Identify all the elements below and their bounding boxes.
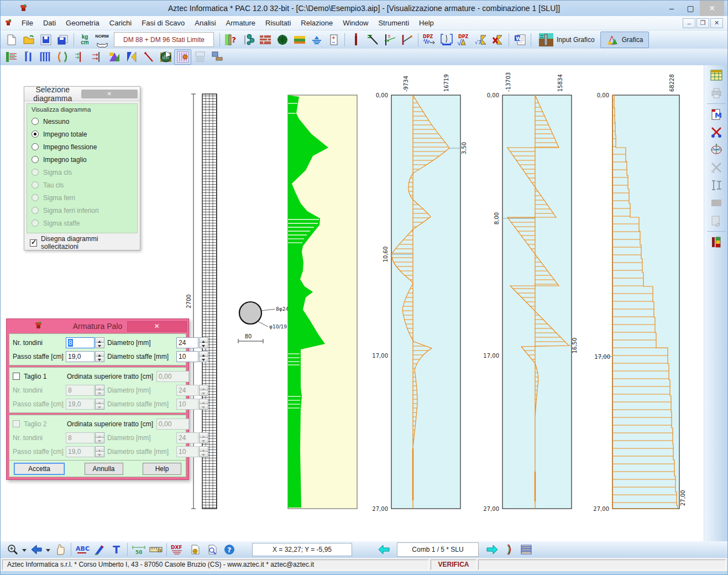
- normative-display-box[interactable]: DM 88 + DM 96 Stati Limite: [114, 32, 214, 47]
- close-button[interactable]: ✕: [700, 1, 724, 16]
- pile-section-check-icon[interactable]: [438, 32, 455, 48]
- menu-window[interactable]: Window: [338, 17, 373, 29]
- new-file-icon[interactable]: [3, 32, 20, 48]
- input-grafico-button[interactable]: Input Grafico: [533, 32, 600, 48]
- combination-delete-icon[interactable]: [489, 32, 506, 48]
- tieback-icon[interactable]: [364, 32, 381, 48]
- section-cut-icon[interactable]: [191, 49, 208, 65]
- help-icon[interactable]: ?: [221, 542, 238, 557]
- strut-icon[interactable]: [399, 32, 416, 48]
- diametro-spinner[interactable]: [199, 337, 208, 348]
- layers-icon[interactable]: [291, 32, 308, 48]
- moment-curvature-icon[interactable]: [54, 49, 71, 65]
- beam-section-icon[interactable]: [708, 177, 725, 193]
- step-blocks-icon[interactable]: [208, 49, 226, 65]
- inclined-load-icon[interactable]: [140, 49, 157, 65]
- drawing-area[interactable]: 2700 8φ24 φ10/19 80: [1, 65, 728, 541]
- displacement-arrows-icon[interactable]: [88, 49, 106, 65]
- text-tool-icon[interactable]: T: [108, 542, 125, 557]
- norm-book-icon[interactable]: NORM: [93, 32, 111, 48]
- selezione-title-bar[interactable]: Selezione diagramma ✕: [24, 87, 140, 101]
- menu-strumenti[interactable]: Strumenti: [373, 17, 414, 29]
- units-kg-cm-icon[interactable]: kgcm: [76, 32, 93, 48]
- minimize-button[interactable]: –: [662, 2, 681, 14]
- grafica-button[interactable]: Grafica: [600, 32, 650, 48]
- diametro-staffe-spinner[interactable]: [199, 351, 208, 362]
- save-icon[interactable]: [37, 32, 54, 48]
- pile-elevation-icon[interactable]: [20, 49, 37, 65]
- menu-armature[interactable]: Armature: [221, 17, 260, 29]
- nr-tondini-field[interactable]: 8: [66, 337, 95, 348]
- dxf-export-icon[interactable]: DXF: [169, 542, 186, 557]
- soil-sphere-icon[interactable]: [274, 32, 291, 48]
- brush-icon[interactable]: [91, 542, 108, 557]
- back-arrow-icon[interactable]: [28, 542, 45, 557]
- zoom-dropdown-icon[interactable]: [22, 549, 27, 554]
- compass-section-icon[interactable]: [708, 142, 725, 158]
- taglio1-checkbox[interactable]: Taglio 1: [12, 373, 59, 380]
- results-table-icon[interactable]: [708, 67, 725, 83]
- armatura-title-bar[interactable]: Armatura Palo ✕: [7, 319, 188, 333]
- print-preview-icon[interactable]: [203, 542, 221, 557]
- menu-geometria[interactable]: Geometria: [61, 17, 104, 29]
- armatura-close-icon[interactable]: ✕: [127, 321, 187, 332]
- menu-relazione[interactable]: Relazione: [296, 17, 338, 29]
- radio-impegno-flessione[interactable]: Impegno flessione: [32, 140, 133, 153]
- profile-nodes-icon[interactable]: [239, 32, 256, 48]
- menu-dati[interactable]: Dati: [38, 17, 61, 29]
- section-globe-icon[interactable]: [157, 49, 174, 65]
- next-combination-icon[interactable]: [483, 542, 500, 557]
- menu-help[interactable]: Help: [414, 17, 439, 29]
- menu-file[interactable]: File: [17, 17, 38, 29]
- passo-staffe-field[interactable]: 19,0: [66, 351, 95, 362]
- pile-row-icon[interactable]: [37, 49, 54, 65]
- ruler-icon[interactable]: [147, 542, 164, 557]
- combination-time-icon[interactable]: √7: [472, 32, 489, 48]
- report-m-icon[interactable]: M: [708, 107, 725, 122]
- prev-combination-icon[interactable]: [375, 542, 392, 557]
- bimodal-diagram-icon[interactable]: [123, 49, 140, 65]
- soil-wedge-icon[interactable]: [106, 49, 123, 65]
- abc-annotate-icon[interactable]: ABC: [74, 542, 91, 557]
- stratigraphy-bricks-icon[interactable]: [256, 32, 274, 48]
- tieback-active-icon[interactable]: [381, 32, 399, 48]
- mdi-restore-button[interactable]: ❐: [696, 18, 709, 28]
- maximize-button[interactable]: ▢: [681, 2, 700, 14]
- passo-staffe-spinner[interactable]: [95, 351, 104, 362]
- menu-analisi[interactable]: Analisi: [190, 17, 221, 29]
- save-all-icon[interactable]: [54, 32, 71, 48]
- general-data-icon[interactable]: ?: [222, 32, 239, 48]
- cut-tools-icon[interactable]: [708, 124, 725, 140]
- dpz-analysis-icon[interactable]: DPZ: [421, 32, 438, 48]
- mdi-minimize-button[interactable]: –: [683, 18, 695, 28]
- print-options-icon[interactable]: [186, 542, 203, 557]
- pile-load-icon[interactable]: [347, 32, 364, 48]
- nr-tondini-spinner[interactable]: [95, 337, 104, 348]
- radio-nessuno[interactable]: Nessuno: [32, 115, 133, 128]
- menu-carichi[interactable]: Carichi: [104, 17, 137, 29]
- accetta-button[interactable]: Accetta: [14, 463, 65, 475]
- report-lines-icon[interactable]: [517, 542, 535, 557]
- radio-impegno-taglio[interactable]: Impegno taglio: [32, 153, 133, 166]
- dpz-sqrt-icon[interactable]: DPZ: [455, 32, 472, 48]
- moment-curve-icon[interactable]: [500, 542, 517, 557]
- zoom-icon[interactable]: [4, 542, 21, 557]
- diametro-field[interactable]: 24: [176, 337, 198, 348]
- pan-hand-icon[interactable]: [51, 542, 69, 557]
- disegna-diagrammi-checkbox-row[interactable]: Disegna diagrammi sollecitazioni: [24, 236, 140, 250]
- back-dropdown-icon[interactable]: [46, 549, 50, 554]
- mdi-close-button[interactable]: ✕: [710, 18, 723, 28]
- diametro-staffe-field[interactable]: 10: [176, 351, 198, 362]
- menu-risultati[interactable]: Risultati: [260, 17, 296, 29]
- annulla-button[interactable]: Annulla: [85, 463, 123, 475]
- water-table-icon[interactable]: [308, 32, 325, 48]
- menu-fasi-di-scavo[interactable]: Fasi di Scavo: [137, 17, 190, 29]
- open-folder-icon[interactable]: [20, 32, 37, 48]
- word-export-icon[interactable]: W: [511, 32, 528, 48]
- color-scale-icon[interactable]: [708, 234, 725, 250]
- radio-impegno-totale[interactable]: Impegno totale: [32, 128, 133, 140]
- selezione-close-icon[interactable]: ✕: [81, 90, 138, 98]
- loads-plusminus-icon[interactable]: +−: [325, 32, 342, 48]
- diagram-limits-icon[interactable]: [3, 49, 20, 65]
- help-button[interactable]: Help: [143, 463, 181, 475]
